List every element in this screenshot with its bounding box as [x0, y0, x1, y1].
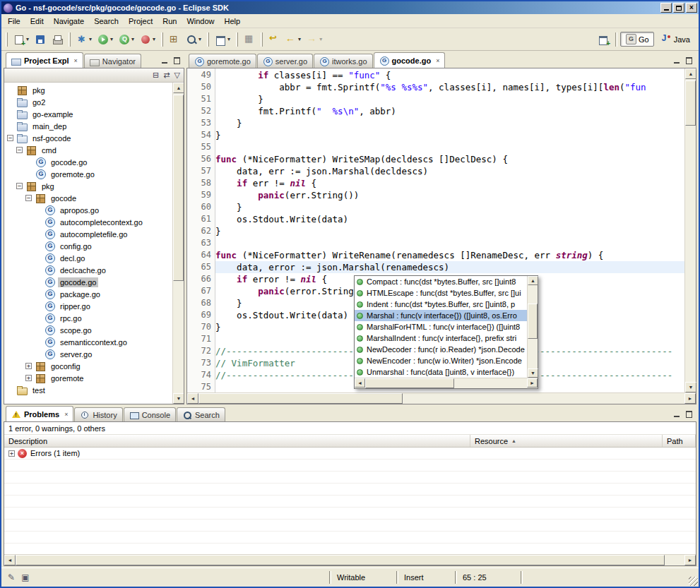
close-window-button[interactable]: ×: [686, 3, 697, 13]
code-line[interactable]: if classes[i] == "func" {: [215, 69, 684, 81]
column-header-description[interactable]: Description: [4, 435, 470, 447]
open-perspective-button[interactable]: [595, 31, 612, 48]
scroll-down-icon[interactable]: ▼: [528, 368, 538, 378]
tree-expander-icon[interactable]: −: [25, 195, 32, 201]
row-expander-icon[interactable]: +: [8, 450, 15, 457]
column-header-resource[interactable]: Resource▲: [470, 435, 663, 447]
tree-item-pkg[interactable]: pkg: [4, 84, 172, 96]
tree-expander-icon[interactable]: +: [25, 363, 32, 369]
close-tab-icon[interactable]: ×: [436, 57, 439, 64]
tree-item-go-example[interactable]: go-example: [4, 108, 172, 120]
save-button[interactable]: [32, 31, 49, 48]
menu-item-file[interactable]: File: [3, 16, 25, 27]
completion-item[interactable]: MarshalIndent : func(v interface{}, pref…: [355, 332, 527, 344]
forward-button[interactable]: ▾: [304, 31, 325, 48]
dropdown-arrow-icon[interactable]: ▾: [131, 36, 134, 42]
scroll-right-icon[interactable]: ►: [527, 378, 538, 388]
completion-item[interactable]: Compact : func(dst *bytes.Buffer, src []…: [355, 276, 527, 287]
tree-item-autocompletecontext-go[interactable]: autocompletecontext.go: [4, 216, 172, 228]
code-line[interactable]: }: [215, 129, 684, 141]
mark-occurrences-button[interactable]: [241, 31, 258, 48]
tree-expander-icon[interactable]: +: [25, 375, 32, 381]
scroll-up-icon[interactable]: ▲: [685, 68, 696, 79]
dropdown-arrow-icon[interactable]: ▾: [89, 36, 92, 42]
explorer-scroll-thumb[interactable]: [173, 95, 184, 281]
menu-item-navigate[interactable]: Navigate: [49, 16, 89, 27]
tree-item-scope-go[interactable]: scope.go: [4, 324, 172, 336]
tree-item-pkg[interactable]: −pkg: [4, 180, 172, 192]
completion-item[interactable]: NewEncoder : func(w io.Writer) *json.Enc…: [355, 355, 527, 366]
dropdown-arrow-icon[interactable]: ▾: [198, 36, 201, 42]
new-window-button[interactable]: ▾: [212, 31, 233, 48]
bottom-tab-problems[interactable]: Problems×: [6, 406, 73, 421]
view-menu-icon[interactable]: ▽: [174, 71, 180, 79]
code-line[interactable]: panic(err.String()): [215, 189, 684, 201]
code-line[interactable]: data, err := json.Marshal(decldescs): [215, 165, 684, 177]
tree-item-main-dep[interactable]: main_dep: [4, 120, 172, 132]
tree-item-gocode-go[interactable]: gocode.go: [4, 276, 172, 288]
maximize-view-icon[interactable]: [684, 56, 694, 65]
tree-item-rpc-go[interactable]: rpc.go: [4, 312, 172, 324]
completion-item[interactable]: Indent : func(dst *bytes.Buffer, src []u…: [355, 299, 527, 310]
title-bar[interactable]: Go - nsf-gocode/src/pkg/gocode/gocode.go…: [1, 1, 699, 14]
tree-item-gocode[interactable]: −gocode: [4, 192, 172, 204]
dropdown-arrow-icon[interactable]: ▾: [319, 36, 322, 42]
completion-hscrollbar[interactable]: ◄ ►: [355, 378, 538, 388]
completion-vscrollbar[interactable]: ▲ ▼: [527, 276, 538, 378]
maximize-window-button[interactable]: [673, 3, 684, 13]
tree-expander-icon[interactable]: −: [16, 147, 23, 153]
tree-item-autocompletefile-go[interactable]: autocompletefile.go: [4, 228, 172, 240]
editor-tab-server-go[interactable]: server.go: [257, 54, 313, 68]
editor-tab-itworks-go[interactable]: itworks.go: [314, 54, 373, 68]
tree-item-decl-go[interactable]: decl.go: [4, 252, 172, 264]
last-edit-button[interactable]: [266, 31, 283, 48]
code-line[interactable]: if err != nil {: [215, 177, 684, 189]
menu-item-edit[interactable]: Edit: [25, 16, 49, 27]
tree-expander-icon[interactable]: −: [16, 183, 23, 189]
scroll-up-icon[interactable]: ▲: [173, 83, 184, 93]
search-button[interactable]: ▾: [183, 31, 204, 48]
menu-item-run[interactable]: Run: [158, 16, 182, 27]
editor-scroll-thumb[interactable]: [685, 80, 696, 126]
maximize-view-icon[interactable]: [684, 410, 694, 419]
dropdown-arrow-icon[interactable]: ▾: [298, 36, 301, 42]
problems-hscroll-thumb[interactable]: [16, 555, 665, 565]
dropdown-arrow-icon[interactable]: ▾: [153, 36, 155, 42]
problems-row-errors-1-item[interactable]: +×Errors (1 item): [4, 448, 696, 460]
dropdown-arrow-icon[interactable]: ▾: [110, 36, 113, 42]
minimize-window-button[interactable]: [660, 3, 672, 13]
tree-item-goremote[interactable]: +goremote: [4, 372, 172, 384]
tree-item-declcache-go[interactable]: declcache.go: [4, 264, 172, 276]
editor-tab-gocode-go[interactable]: gocode.go×: [374, 52, 446, 68]
code-line[interactable]: }: [215, 117, 684, 129]
back-button[interactable]: ▾: [283, 31, 304, 48]
scroll-up-icon[interactable]: ▲: [528, 276, 538, 285]
tree-item-cmd[interactable]: −cmd: [4, 144, 172, 156]
tree-item-nsf-gocode[interactable]: −nsf-gocode: [4, 132, 172, 144]
completion-item[interactable]: NewDecoder : func(r io.Reader) *json.Dec…: [355, 344, 527, 355]
perspective-button-go[interactable]: Go: [620, 32, 654, 47]
tree-item-goconfig[interactable]: +goconfig: [4, 360, 172, 372]
tree-item-package-go[interactable]: package.go: [4, 288, 172, 300]
resize-grip[interactable]: [689, 577, 698, 586]
dropdown-arrow-icon[interactable]: ▾: [26, 36, 29, 42]
minimize-view-icon[interactable]: [672, 410, 682, 419]
open-element-button[interactable]: [166, 31, 183, 48]
external-tools-button[interactable]: ▾: [116, 31, 137, 48]
perspective-button-java[interactable]: Java: [655, 32, 695, 47]
link-with-editor-icon[interactable]: ⇄: [163, 71, 170, 79]
debug-button[interactable]: ▾: [73, 31, 95, 48]
menu-item-window[interactable]: Window: [182, 16, 219, 27]
minimize-view-icon[interactable]: [160, 56, 170, 65]
close-tab-icon[interactable]: ×: [74, 57, 78, 64]
completion-item[interactable]: MarshalForHTML : func(v interface{}) ([]…: [355, 321, 527, 332]
code-line[interactable]: }: [215, 225, 684, 237]
collapse-all-icon[interactable]: ⊟: [153, 71, 159, 79]
scroll-right-icon[interactable]: ►: [684, 555, 696, 565]
menu-item-project[interactable]: Project: [124, 16, 158, 27]
explorer-tab-project-expl[interactable]: Project Expl×: [6, 52, 83, 68]
tree-expander-icon[interactable]: −: [7, 135, 13, 141]
code-line[interactable]: }: [215, 93, 684, 105]
code-line[interactable]: func (*NiceFormatter) WriteSMap(decldesc…: [215, 153, 684, 165]
code-line[interactable]: fmt.Printf(" %s\n", abbr): [215, 105, 684, 117]
